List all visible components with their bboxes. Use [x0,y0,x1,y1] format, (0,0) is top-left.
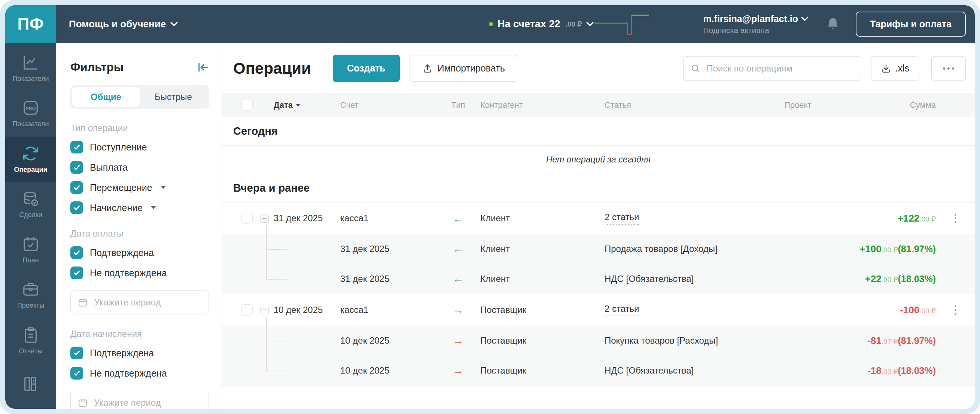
tariffs-button[interactable]: Тарифы и оплата [856,11,966,37]
toolbar: Операции Создать Импортировать .xls [222,43,975,93]
tree-connector [266,279,287,280]
user-menu[interactable]: m.firsina@planfact.io Подписка активна [703,13,808,35]
accrual-date-label: Дата начисления [70,329,209,339]
sidebar-item-projects[interactable]: Проекты [5,272,56,318]
income-arrow-icon: ← [441,212,475,225]
table-subrow[interactable]: 31 дек 2025 ← Клиент НДС [Обязательства]… [222,264,975,294]
download-icon [881,64,891,73]
checkbox-payout[interactable]: Выплата [70,161,209,174]
amount-cell: -18.03 ₽(18.03%) [778,365,936,377]
checkbox-transfer[interactable]: Перемещение [70,181,209,194]
table-header: Дата Счет Тип Контрагент Статья Проект С… [222,93,975,117]
tree-connector [266,341,287,341]
checkbox-payment-confirmed[interactable]: Подтверждена [70,246,209,259]
column-header-project: Проект [778,100,909,110]
svg-text:PRO: PRO [26,106,36,111]
sidebar-item-deals[interactable]: Сделки [5,182,56,227]
column-header-date[interactable]: Дата [274,100,340,110]
select-all-checkbox[interactable] [242,100,253,111]
help-menu[interactable]: Помощь и обучение [69,5,178,43]
sort-caret-icon [296,104,300,107]
checkbox-checked-icon [70,201,83,214]
table-subrow[interactable]: 10 дек 2025 → Поставщик Покупка товаров … [222,326,975,356]
coins-check-icon [22,190,39,207]
checkbox-payment-unconfirmed[interactable]: Не подтверждена [70,266,209,279]
checkbox-checked-icon [70,266,83,279]
create-button[interactable]: Создать [333,55,400,82]
sidebar-item-operations[interactable]: Операции [5,137,56,182]
planfact-logo[interactable]: ПФ [5,5,56,43]
payment-period-input[interactable] [70,290,209,314]
export-xls-button[interactable]: .xls [871,56,920,81]
chevron-down-icon [170,22,178,26]
user-block: m.firsina@planfact.io Подписка активна Т… [703,5,966,43]
search-icon [690,64,700,73]
category-link[interactable]: 2 статьи [605,212,639,225]
screenshot-frame: ПФ Помощь и обучение На счетах 22 .00 ₽ … [0,0,980,414]
more-actions-button[interactable] [931,56,966,81]
checkbox-accrual-unconfirmed[interactable]: Не подтверждена [70,367,209,379]
checkbox-accrual-confirmed[interactable]: Подтверждена [70,347,209,359]
column-header-amount: Сумма [909,100,936,110]
sidebar-item-indicators-pro[interactable]: PRO Показатели [5,91,56,136]
payment-period-field [70,290,209,314]
books-icon [22,376,39,393]
search-field [683,56,861,81]
column-header-type: Тип [441,100,475,110]
calendar-check-icon [22,236,39,253]
amount-cell: +22.00 ₽(18.03%) [778,273,936,285]
page-title: Операции [233,59,311,78]
app-window: ПФ Помощь и обучение На счетах 22 .00 ₽ … [5,5,975,409]
row-menu-icon[interactable] [936,214,975,223]
column-header-category: Статья [598,100,778,110]
amount-cell: -81.97 ₽(81.97%) [778,335,936,347]
collapse-toggle-icon[interactable] [260,306,269,314]
section-today: Сегодня [222,117,975,146]
collapse-toggle-icon[interactable] [260,214,269,223]
sidebar-item-indicators[interactable]: Показатели [5,46,56,91]
row-checkbox[interactable] [242,213,253,224]
row-menu-icon[interactable] [936,306,975,315]
caret-down-icon[interactable] [161,186,166,189]
row-checkbox[interactable] [242,304,253,315]
subscription-status: Подписка активна [703,26,808,35]
tree-connector [266,249,287,250]
search-input[interactable] [683,56,861,81]
expense-arrow-icon: → [441,304,475,316]
checkbox-income[interactable]: Поступление [70,141,209,153]
chevron-down-icon [801,16,808,21]
sidebar-item-plan[interactable]: План [5,227,56,272]
calendar-icon [78,298,88,307]
import-button[interactable]: Импортировать [409,55,518,81]
payment-date-label: Дата оплаты [70,228,209,239]
accrual-period-input[interactable] [70,391,209,409]
upload-icon [423,64,432,73]
tree-connector [266,317,267,371]
empty-today-message: Нет операций за сегодня [222,146,975,174]
category-link[interactable]: 2 статьи [605,304,639,316]
filters-title: Фильтры [70,61,124,74]
accounts-balance-menu[interactable]: На счетах 22 .00 ₽ [489,5,594,43]
amount-cell: +122.00 ₽ [778,213,936,224]
income-arrow-icon: ← [441,242,475,255]
collapse-panel-icon[interactable] [198,62,209,72]
expense-arrow-icon: → [441,364,475,377]
caret-down-icon[interactable] [151,206,156,209]
tab-general[interactable]: Общие [72,87,140,107]
sidebar-item-reports[interactable]: Отчёты [5,318,56,363]
checkbox-checked-icon [70,141,83,153]
help-menu-label: Помощь и обучение [69,18,166,30]
table-subrow[interactable]: 10 дек 2025 → Поставщик НДС [Обязательст… [222,356,975,385]
table-row[interactable]: 31 дек 2025 касса1 ← Клиент 2 статьи +12… [222,202,975,234]
filter-tabs: Общие Быстрые [70,85,209,108]
checkbox-accrual[interactable]: Начисление [70,201,209,214]
table-subrow[interactable]: 31 дек 2025 ← Клиент Продажа товаров [До… [222,234,975,264]
section-earlier: Вчера и ранее [222,174,975,202]
tab-quick[interactable]: Быстрые [140,87,207,107]
balance-sparkline [594,12,650,36]
table-row[interactable]: 10 дек 2025 касса1 → Поставщик 2 статьи … [222,294,975,326]
bell-icon[interactable] [827,17,839,31]
operation-group: 10 дек 2025 касса1 → Поставщик 2 статьи … [222,294,975,386]
sidebar-item-directories[interactable] [5,363,56,409]
amount-cell: -100.00 ₽ [778,304,936,316]
